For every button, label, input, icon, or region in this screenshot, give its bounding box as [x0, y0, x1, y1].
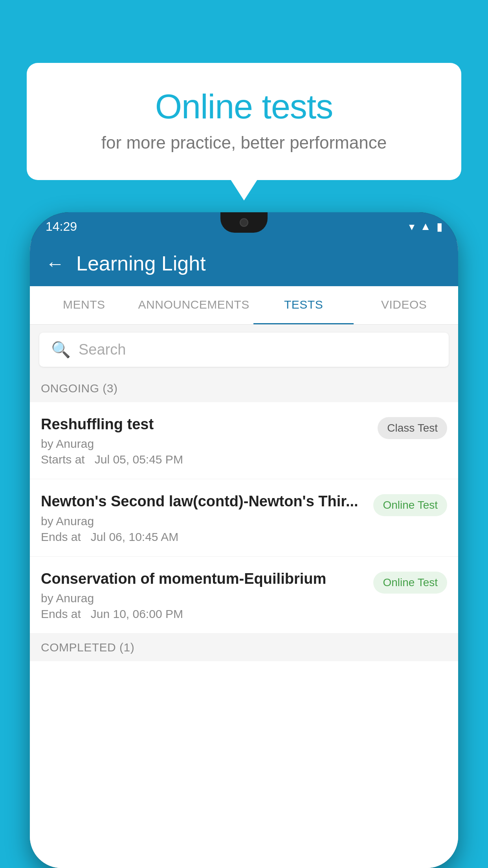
phone-content: ← Learning Light MENTS ANNOUNCEMENTS TES… — [30, 241, 458, 868]
test-item-2[interactable]: Newton's Second law(contd)-Newton's Thir… — [30, 479, 458, 556]
camera-dot — [240, 218, 248, 227]
status-icons: ▾ ▲ ▮ — [409, 220, 442, 233]
speech-bubble-title: Online tests — [58, 86, 430, 127]
search-container: 🔍 Search — [30, 325, 458, 375]
test-list: Reshuffling test by Anurag Starts at Jul… — [30, 402, 458, 868]
test-info-3: Conservation of momentum-Equilibrium by … — [41, 569, 365, 621]
test-time-label-3: Ends at — [41, 607, 81, 620]
app-header: ← Learning Light — [30, 241, 458, 286]
ongoing-section-header: ONGOING (3) — [30, 375, 458, 402]
search-bar[interactable]: 🔍 Search — [39, 333, 449, 367]
test-item-1[interactable]: Reshuffling test by Anurag Starts at Jul… — [30, 402, 458, 479]
test-info-1: Reshuffling test by Anurag Starts at Jul… — [41, 415, 370, 466]
test-badge-3: Online Test — [373, 572, 447, 594]
wifi-icon: ▾ — [409, 220, 415, 233]
tab-videos[interactable]: VIDEOS — [354, 286, 454, 324]
speech-bubble-subtitle: for more practice, better performance — [58, 133, 430, 153]
status-bar: 14:29 ▾ ▲ ▮ — [30, 212, 458, 241]
test-time-value-1: Jul 05, 05:45 PM — [95, 453, 183, 466]
status-time: 14:29 — [46, 219, 77, 234]
app-title: Learning Light — [76, 252, 206, 275]
test-name-1: Reshuffling test — [41, 415, 370, 434]
battery-icon: ▮ — [437, 220, 442, 233]
phone-frame: 14:29 ▾ ▲ ▮ ← Learning Light MENTS ANNOU… — [30, 212, 458, 868]
tab-bar: MENTS ANNOUNCEMENTS TESTS VIDEOS — [30, 286, 458, 325]
tab-announcements[interactable]: ANNOUNCEMENTS — [134, 286, 253, 324]
test-badge-1: Class Test — [378, 417, 447, 439]
signal-icon: ▲ — [420, 220, 431, 233]
test-time-2: Ends at Jul 06, 10:45 AM — [41, 530, 365, 544]
test-time-value-3: Jun 10, 06:00 PM — [91, 607, 183, 620]
test-item-3[interactable]: Conservation of momentum-Equilibrium by … — [30, 557, 458, 634]
search-icon: 🔍 — [51, 340, 71, 359]
test-badge-2: Online Test — [373, 494, 447, 516]
tab-ments[interactable]: MENTS — [34, 286, 134, 324]
test-time-3: Ends at Jun 10, 06:00 PM — [41, 607, 365, 621]
test-author-1: by Anurag — [41, 437, 370, 451]
back-button[interactable]: ← — [46, 253, 64, 274]
test-time-value-2: Jul 06, 10:45 AM — [91, 530, 178, 543]
test-author-2: by Anurag — [41, 515, 365, 528]
test-name-2: Newton's Second law(contd)-Newton's Thir… — [41, 492, 365, 511]
phone-notch — [220, 212, 268, 233]
search-input[interactable]: Search — [79, 341, 126, 358]
test-time-label-2: Ends at — [41, 530, 81, 543]
test-author-3: by Anurag — [41, 592, 365, 605]
completed-section-header: COMPLETED (1) — [30, 634, 458, 661]
speech-bubble: Online tests for more practice, better p… — [27, 63, 461, 180]
tab-tests[interactable]: TESTS — [253, 286, 354, 324]
test-name-3: Conservation of momentum-Equilibrium — [41, 569, 365, 588]
test-time-label-1: Starts at — [41, 453, 85, 466]
test-time-1: Starts at Jul 05, 05:45 PM — [41, 453, 370, 466]
test-info-2: Newton's Second law(contd)-Newton's Thir… — [41, 492, 365, 543]
